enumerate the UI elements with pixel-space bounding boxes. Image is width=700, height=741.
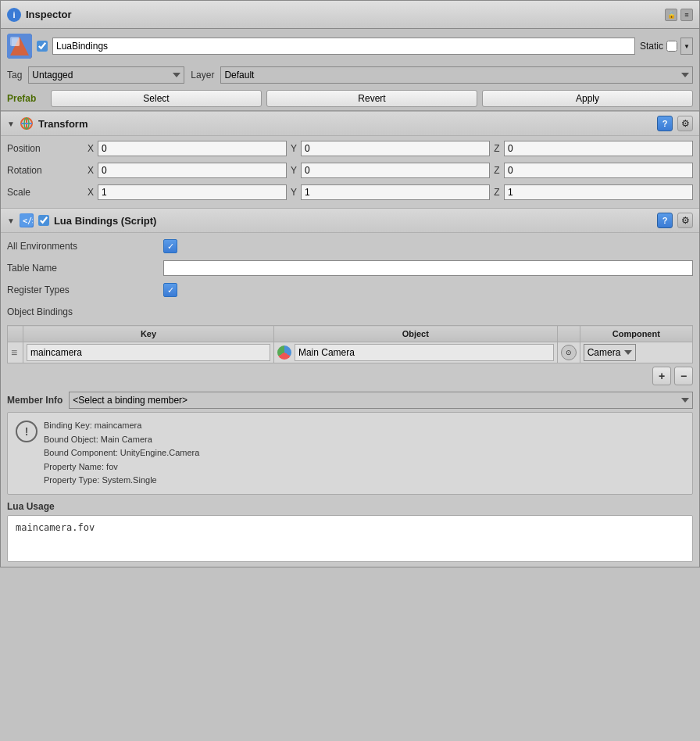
binding-object-container: [277, 344, 554, 361]
table-header-circle: [557, 326, 580, 342]
lua-usage-code: maincamera.fov: [16, 522, 95, 533]
rotation-x-input[interactable]: [98, 163, 287, 178]
add-binding-btn[interactable]: +: [652, 367, 671, 385]
layer-label: Layer: [191, 70, 214, 81]
table-header-component: Component: [580, 326, 692, 342]
position-y-input[interactable]: [301, 141, 490, 156]
lua-script-collapse-triangle[interactable]: ▼: [7, 217, 15, 225]
scale-z-label: Z: [491, 187, 502, 198]
position-x-input[interactable]: [98, 141, 287, 156]
object-bindings-row: Object Bindings: [7, 303, 693, 320]
layer-select[interactable]: Default: [220, 66, 693, 84]
scale-y-label: Y: [288, 187, 299, 198]
rotation-z-input[interactable]: [504, 163, 693, 178]
table-header-handle: [8, 326, 23, 342]
prefab-revert-button[interactable]: Revert: [266, 90, 477, 107]
rotation-y-input[interactable]: [301, 163, 490, 178]
lua-usage-label: Lua Usage: [7, 501, 693, 512]
window-lock-btn[interactable]: 🔒: [665, 9, 677, 21]
scale-z-input[interactable]: [504, 184, 693, 200]
object-active-checkbox[interactable]: [37, 41, 48, 52]
info-panel: ! Binding Key: maincamera Bound Object: …: [7, 412, 693, 495]
all-environments-checkbox[interactable]: ✓: [163, 239, 177, 253]
member-info-header: Member Info <Select a binding member>: [7, 392, 693, 409]
table-name-row: Table Name: [7, 260, 693, 277]
transform-icon: [20, 116, 34, 131]
drag-handle-cell: ≡: [8, 342, 23, 363]
position-row: Position X Y Z: [7, 139, 693, 158]
pos-x-label: X: [85, 143, 96, 154]
table-name-input[interactable]: [163, 260, 693, 276]
all-environments-value: ✓: [163, 239, 693, 253]
binding-object-input[interactable]: [295, 344, 554, 361]
object-icon: [7, 34, 32, 59]
register-types-row: Register Types ✓: [7, 281, 693, 299]
rotation-label: Rotation: [7, 165, 85, 176]
scale-x-input[interactable]: [98, 184, 287, 200]
lua-usage-box: maincamera.fov: [7, 515, 693, 562]
transform-help-btn[interactable]: ?: [657, 116, 673, 131]
svg-text:</>: </>: [23, 217, 33, 225]
inspector-info-icon: i: [7, 8, 21, 22]
pos-y-label: Y: [288, 143, 299, 154]
transform-collapse-triangle[interactable]: ▼: [7, 120, 15, 128]
lua-script-icon: </>: [20, 213, 34, 227]
register-types-checkbox[interactable]: ✓: [163, 283, 177, 297]
transform-gear-btn[interactable]: ⚙: [677, 116, 693, 131]
inspector-window: i Inspector 🔒 ≡ Static ▼ Tag Untagged: [0, 0, 700, 567]
static-label: Static: [640, 41, 663, 52]
register-types-value: ✓: [163, 283, 693, 297]
transform-section-header: ▼ Transform ? ⚙: [1, 111, 699, 136]
tag-layer-row: Tag Untagged Layer Default: [1, 63, 699, 87]
position-label: Position: [7, 143, 85, 154]
rotation-xyz-group: X Y Z: [85, 163, 693, 178]
rotation-row: Rotation X Y Z: [7, 161, 693, 180]
binding-key-info: Binding Key: maincamera Bound Object: Ma…: [44, 421, 199, 485]
rot-x-label: X: [85, 165, 96, 176]
position-xyz-group: X Y Z: [85, 141, 693, 156]
window-menu-btn[interactable]: ≡: [680, 9, 693, 21]
scale-row: Scale X Y Z: [7, 183, 693, 202]
lua-script-active-checkbox[interactable]: [38, 215, 49, 226]
table-header-key: Key: [23, 326, 274, 342]
info-text-content: Binding Key: maincamera Bound Object: Ma…: [44, 419, 199, 488]
static-dropdown-btn[interactable]: ▼: [680, 38, 693, 55]
table-name-label: Table Name: [7, 263, 163, 274]
camera-sphere-icon: [277, 345, 291, 360]
object-header: Static ▼: [1, 29, 699, 63]
binding-key-cell: [23, 342, 274, 363]
binding-component-select[interactable]: Camera: [584, 344, 636, 361]
position-z-input[interactable]: [504, 141, 693, 156]
tag-select[interactable]: Untagged: [28, 66, 184, 84]
tag-label: Tag: [7, 70, 22, 81]
binding-key-input[interactable]: [27, 344, 270, 361]
all-environments-label: All Environments: [7, 241, 163, 252]
window-controls: 🔒 ≡: [665, 9, 693, 21]
object-name-input[interactable]: [52, 38, 635, 55]
table-row: ≡ ⊙: [8, 342, 693, 363]
scale-xyz-group: X Y Z: [85, 184, 693, 200]
register-types-label: Register Types: [7, 285, 163, 295]
binding-controls: + −: [7, 367, 693, 385]
transform-section-title: Transform: [38, 118, 652, 130]
drag-handle-icon[interactable]: ≡: [11, 346, 17, 359]
transform-content: Position X Y Z Rotation X Y Z: [1, 136, 699, 208]
bindings-table: Key Object Component ≡: [7, 325, 693, 363]
member-info-select[interactable]: <Select a binding member>: [69, 392, 693, 409]
lua-script-help-btn[interactable]: ?: [657, 213, 673, 228]
scale-y-input[interactable]: [301, 184, 490, 200]
lua-script-section-title: Lua Bindings (Script): [54, 215, 652, 227]
table-name-value: [163, 260, 693, 276]
object-bindings-label: Object Bindings: [7, 306, 163, 317]
binding-object-picker-btn[interactable]: ⊙: [561, 345, 577, 360]
lua-script-gear-btn[interactable]: ⚙: [677, 213, 693, 228]
binding-component-cell: Camera: [580, 342, 692, 363]
prefab-apply-button[interactable]: Apply: [482, 90, 693, 107]
pos-z-label: Z: [491, 143, 502, 154]
member-info-label: Member Info: [7, 395, 62, 406]
prefab-select-button[interactable]: Select: [51, 90, 262, 107]
table-header-object: Object: [273, 326, 557, 342]
all-environments-row: All Environments ✓: [7, 238, 693, 255]
remove-binding-btn[interactable]: −: [674, 367, 693, 385]
static-checkbox[interactable]: [666, 41, 677, 52]
